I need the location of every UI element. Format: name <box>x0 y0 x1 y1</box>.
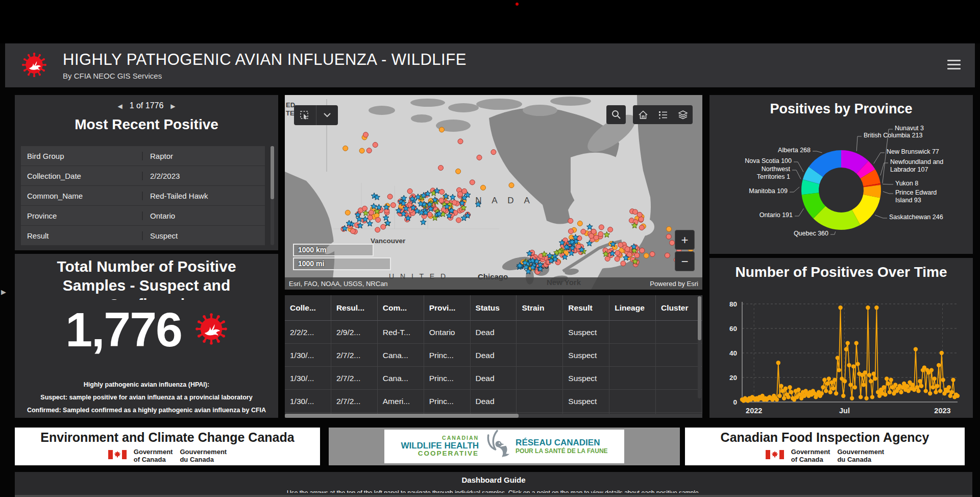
salmon-sample-marker[interactable] <box>458 192 463 197</box>
data-point[interactable] <box>775 397 779 401</box>
data-point[interactable] <box>796 388 800 392</box>
data-point[interactable] <box>889 378 893 382</box>
salmon-sample-marker[interactable] <box>477 155 482 160</box>
data-point[interactable] <box>777 394 781 398</box>
data-point[interactable] <box>850 396 854 400</box>
data-point[interactable] <box>847 363 851 367</box>
data-point[interactable] <box>888 390 892 394</box>
data-point[interactable] <box>859 395 863 399</box>
salmon-sample-marker[interactable] <box>665 253 670 258</box>
line-chart[interactable]: 0204060802022Jul2023 <box>709 258 973 418</box>
salmon-sample-marker[interactable] <box>618 243 623 248</box>
home-icon[interactable] <box>633 105 653 124</box>
orange-sample-marker[interactable] <box>456 169 461 174</box>
data-point[interactable] <box>834 391 838 395</box>
orange-sample-marker[interactable] <box>577 221 582 226</box>
data-point[interactable] <box>914 347 918 351</box>
zoom-out-button[interactable]: − <box>675 251 695 271</box>
salmon-sample-marker[interactable] <box>591 229 596 234</box>
data-point[interactable] <box>938 389 942 393</box>
table-row[interactable]: 1/30/...2/7/2...Cana...Princ...DeadSuspe… <box>285 367 702 390</box>
orange-sample-marker[interactable] <box>509 183 514 188</box>
salmon-sample-marker[interactable] <box>458 139 463 144</box>
orange-sample-marker[interactable] <box>359 148 364 153</box>
data-point[interactable] <box>940 351 944 355</box>
data-point[interactable] <box>855 362 860 366</box>
data-point[interactable] <box>866 305 870 310</box>
data-point[interactable] <box>883 392 887 396</box>
data-point[interactable] <box>911 383 915 387</box>
column-header[interactable]: Strain <box>517 295 563 321</box>
data-point[interactable] <box>841 394 845 398</box>
salmon-sample-marker[interactable] <box>608 227 613 232</box>
orange-sample-marker[interactable] <box>667 227 672 232</box>
salmon-sample-marker[interactable] <box>640 248 645 253</box>
data-point[interactable] <box>941 378 945 382</box>
salmon-sample-marker[interactable] <box>376 217 381 222</box>
salmon-sample-marker[interactable] <box>381 224 386 229</box>
data-point[interactable] <box>846 341 850 345</box>
data-point[interactable] <box>854 341 859 345</box>
data-point[interactable] <box>950 390 954 394</box>
salmon-sample-marker[interactable] <box>568 218 573 223</box>
data-point[interactable] <box>873 376 877 381</box>
salmon-sample-marker[interactable] <box>470 180 475 185</box>
data-point[interactable] <box>872 372 876 376</box>
table-row[interactable]: 1/30/...2/7/2...Cana...Princ...DeadSuspe… <box>285 344 702 367</box>
data-point[interactable] <box>820 391 824 395</box>
menu-hamburger-icon[interactable] <box>947 60 961 69</box>
data-point[interactable] <box>838 305 842 310</box>
orange-sample-marker[interactable] <box>345 210 350 215</box>
data-point[interactable] <box>825 382 829 386</box>
orange-sample-marker[interactable] <box>481 185 486 190</box>
orange-sample-marker[interactable] <box>343 146 348 151</box>
data-point[interactable] <box>929 368 934 372</box>
data-point[interactable] <box>836 356 840 360</box>
data-point[interactable] <box>782 396 786 400</box>
scrollbar-vertical[interactable] <box>271 146 274 245</box>
table-row[interactable]: 1/30/...2/7/2...Ameri...Princ...DeadSusp… <box>285 390 702 413</box>
salmon-sample-marker[interactable] <box>456 218 461 223</box>
pager-next-icon[interactable]: ▶ <box>163 103 182 110</box>
salmon-sample-marker[interactable] <box>452 200 457 205</box>
data-point[interactable] <box>945 389 949 393</box>
map-select-control[interactable] <box>294 105 338 125</box>
data-point[interactable] <box>951 378 955 382</box>
salmon-sample-marker[interactable] <box>390 203 396 208</box>
data-point[interactable] <box>828 390 832 394</box>
scrollbar-horizontal[interactable] <box>285 414 702 418</box>
salmon-sample-marker[interactable] <box>634 253 640 258</box>
data-point[interactable] <box>905 384 909 388</box>
data-point[interactable] <box>822 378 826 382</box>
salmon-sample-marker[interactable] <box>387 194 393 199</box>
data-point[interactable] <box>783 386 788 390</box>
salmon-sample-marker[interactable] <box>363 132 369 137</box>
pager-prev-icon[interactable]: ◀ <box>110 103 129 110</box>
salmon-sample-marker[interactable] <box>650 252 655 257</box>
data-point[interactable] <box>837 368 841 372</box>
data-point[interactable] <box>869 379 873 383</box>
data-point[interactable] <box>821 385 825 389</box>
data-point[interactable] <box>851 364 855 368</box>
data-point[interactable] <box>788 385 792 389</box>
salmon-sample-marker[interactable] <box>362 206 368 211</box>
data-point[interactable] <box>935 384 939 388</box>
data-point[interactable] <box>779 384 783 388</box>
data-point[interactable] <box>934 390 938 394</box>
salmon-sample-marker[interactable] <box>366 148 372 153</box>
salmon-sample-marker[interactable] <box>568 229 573 234</box>
data-point[interactable] <box>881 385 886 389</box>
orange-sample-marker[interactable] <box>644 253 649 258</box>
data-point[interactable] <box>843 379 847 383</box>
data-point[interactable] <box>947 385 951 389</box>
data-point[interactable] <box>832 378 837 382</box>
salmon-sample-marker[interactable] <box>625 247 630 252</box>
data-point[interactable] <box>786 395 790 399</box>
data-point[interactable] <box>870 395 874 399</box>
data-point[interactable] <box>931 385 935 389</box>
table-row[interactable]: 2/2/2...2/9/2...Red-T...OntarioDeadSuspe… <box>285 321 702 344</box>
data-point[interactable] <box>824 389 828 393</box>
column-header[interactable]: Lineage <box>609 295 656 321</box>
data-point[interactable] <box>885 376 889 381</box>
data-point[interactable] <box>831 386 835 390</box>
